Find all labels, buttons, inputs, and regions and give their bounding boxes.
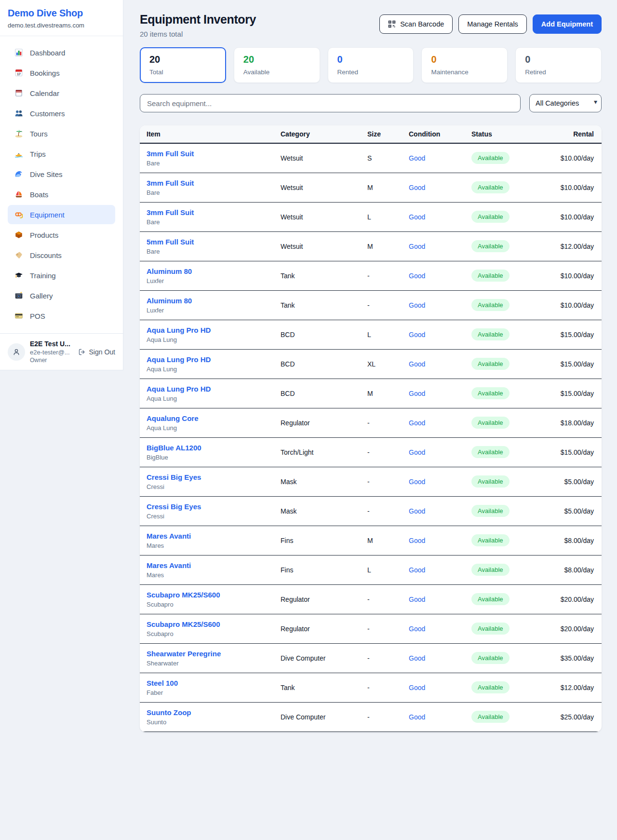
item-name-link[interactable]: Shearwater Peregrine [147,650,281,658]
item-rental: $10.00/day [544,143,602,173]
condition-link[interactable]: Good [409,713,425,721]
stat-card-available[interactable]: 20 Available [234,47,320,83]
brand-name[interactable]: Demo Dive Shop [8,8,115,19]
add-equipment-label: Add Equipment [541,20,593,28]
condition-link[interactable]: Good [409,213,425,221]
item-name-link[interactable]: Mares Avanti [147,561,281,569]
item-category: Fins [281,555,367,584]
sidebar-item-discounts[interactable]: Discounts [8,245,115,265]
item-category: Fins [281,526,367,555]
item-name-link[interactable]: BigBlue AL1200 [147,444,281,452]
condition-link[interactable]: Good [409,448,425,456]
sidebar-item-dive-sites[interactable]: Dive Sites [8,164,115,184]
condition-link[interactable]: Good [409,419,425,427]
sidebar-item-bookings[interactable]: 17 Bookings [8,63,115,82]
item-name-link[interactable]: Aqua Lung Pro HD [147,355,281,364]
condition-link[interactable]: Good [409,537,425,544]
sidebar-item-calendar[interactable]: Calendar [8,83,115,103]
sidebar-item-products[interactable]: Products [8,225,115,244]
manage-rentals-button[interactable]: Manage Rentals [458,14,527,34]
item-name-link[interactable]: Steel 100 [147,679,281,687]
condition-link[interactable]: Good [409,154,425,162]
item-name-link[interactable]: Aluminum 80 [147,267,281,275]
status-badge: Available [471,240,510,252]
stat-card-total[interactable]: 20 Total [140,47,226,83]
condition-link[interactable]: Good [409,684,425,691]
status-badge: Available [471,475,510,488]
sidebar-item-trips[interactable]: Trips [8,144,115,163]
item-name-link[interactable]: 5mm Full Suit [147,238,281,246]
status-badge: Available [471,417,510,429]
sign-out-button[interactable]: Sign Out [78,348,115,356]
item-brand: Faber [147,689,281,696]
sidebar-item-training[interactable]: Training [8,266,115,285]
condition-link[interactable]: Good [409,654,425,662]
item-size: - [367,437,409,467]
item-name-link[interactable]: Aluminum 80 [147,297,281,305]
sidebar-item-gallery[interactable]: Gallery [8,286,115,305]
item-name-link[interactable]: Mares Avanti [147,532,281,540]
item-rental: $12.00/day [544,231,602,261]
sidebar-nav: Dashboard 17 Bookings Calendar Customers… [0,36,123,333]
stat-label-maintenance: Maintenance [431,68,498,76]
item-name-link[interactable]: Scubapro MK25/S600 [147,591,281,599]
sidebar-item-customers[interactable]: Customers [8,104,115,123]
condition-link[interactable]: Good [409,596,425,603]
condition-link[interactable]: Good [409,360,425,368]
condition-link[interactable]: Good [409,566,425,574]
item-name-link[interactable]: Suunto Zoop [147,708,281,717]
page-subtitle: 20 items total [140,30,256,38]
user-block: E2E Test U... e2e-tester@... Owner Sign … [0,333,123,370]
item-name-link[interactable]: 3mm Full Suit [147,179,281,187]
item-brand: Bare [147,248,281,255]
stat-card-maintenance[interactable]: 0 Maintenance [421,47,508,83]
condition-link[interactable]: Good [409,184,425,191]
item-size: L [367,202,409,231]
person-icon [12,348,21,356]
item-size: L [367,555,409,584]
item-name-link[interactable]: 3mm Full Suit [147,208,281,217]
search-input[interactable] [140,94,521,112]
category-select[interactable]: All Categories [529,94,602,112]
category-filter: All Categories ▾ [529,94,602,112]
item-size: S [367,143,409,173]
column-header-item: Item [140,125,281,143]
table-row: Aqua Lung Pro HD Aqua Lung BCD XL Good A… [140,349,602,379]
condition-link[interactable]: Good [409,507,425,515]
item-name-link[interactable]: Cressi Big Eyes [147,473,281,481]
table-row: Aluminum 80 Luxfer Tank - Good Available… [140,261,602,290]
condition-link[interactable]: Good [409,390,425,397]
calendar-17-icon: 17 [14,68,24,78]
item-name-link[interactable]: Aqua Lung Pro HD [147,385,281,393]
sidebar-item-boats[interactable]: Boats [8,185,115,204]
page-header-text: Equipment Inventory 20 items total [140,13,256,38]
item-rental: $20.00/day [544,584,602,614]
item-name-link[interactable]: Aqua Lung Pro HD [147,326,281,334]
item-brand: Luxfer [147,277,281,285]
item-name-link[interactable]: Cressi Big Eyes [147,502,281,511]
item-name-link[interactable]: 3mm Full Suit [147,149,281,158]
item-name-link[interactable]: Aqualung Core [147,414,281,422]
item-name-link[interactable]: Scubapro MK25/S600 [147,620,281,628]
item-rental: $15.00/day [544,379,602,408]
sidebar-item-tours[interactable]: Tours [8,124,115,143]
condition-link[interactable]: Good [409,272,425,280]
stat-card-retired[interactable]: 0 Retired [515,47,602,83]
condition-link[interactable]: Good [409,331,425,339]
sidebar-item-equipment[interactable]: Equipment [8,205,115,224]
item-rental: $10.00/day [544,261,602,290]
sidebar-item-dashboard[interactable]: Dashboard [8,43,115,62]
condition-link[interactable]: Good [409,478,425,486]
condition-link[interactable]: Good [409,243,425,250]
item-rental: $12.00/day [544,673,602,702]
condition-link[interactable]: Good [409,625,425,633]
sidebar-item-label: Equipment [30,211,65,219]
add-equipment-button[interactable]: Add Equipment [533,14,602,34]
sidebar-item-pos[interactable]: POS [8,306,115,325]
credit-card-icon [14,311,24,321]
condition-link[interactable]: Good [409,301,425,309]
column-header-condition: Condition [409,125,471,143]
stat-card-rented[interactable]: 0 Rented [328,47,414,83]
scan-barcode-button[interactable]: Scan Barcode [379,14,453,34]
item-category: Torch/Light [281,437,367,467]
